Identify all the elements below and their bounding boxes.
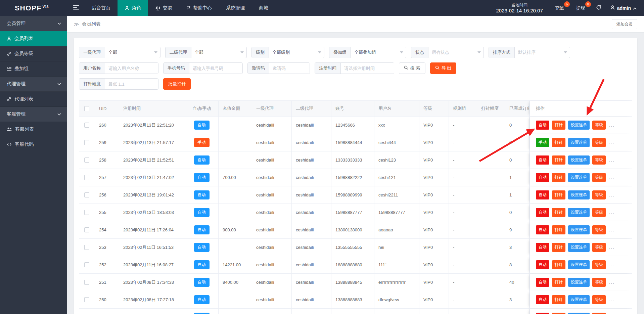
user-menu[interactable]: admin bbox=[606, 0, 644, 16]
invite-code-input[interactable] bbox=[269, 63, 310, 74]
nav-item-system-management[interactable]: 系统管理 bbox=[219, 0, 252, 16]
toggle-mode-button[interactable]: 自动 bbox=[536, 243, 549, 252]
toggle-mode-button[interactable]: 自动 bbox=[536, 155, 549, 165]
more-actions[interactable]: ... bbox=[609, 262, 615, 267]
nav-item-trade[interactable]: 交易 bbox=[148, 0, 179, 16]
set-combo-button[interactable]: 设置连单 bbox=[568, 190, 590, 199]
more-actions[interactable]: ... bbox=[609, 245, 615, 250]
toggle-mode-button[interactable]: 自动 bbox=[536, 208, 549, 217]
inject-button[interactable]: 打针 bbox=[552, 295, 565, 304]
nav-item-dashboard-home[interactable]: 后台首页 bbox=[85, 0, 118, 16]
nav-item-mall[interactable]: 商城 bbox=[252, 0, 275, 16]
level-select[interactable]: 全部级别 bbox=[269, 47, 324, 58]
batch-inject-button[interactable]: 批量打针 bbox=[163, 78, 191, 90]
recharge-button[interactable]: 充值 6 bbox=[549, 0, 570, 16]
toggle-mode-button[interactable]: 自动 bbox=[536, 225, 549, 234]
set-combo-button[interactable]: 设置连单 bbox=[568, 121, 590, 130]
agent2-select[interactable]: 全部 bbox=[191, 47, 246, 58]
inject-button[interactable]: 打针 bbox=[552, 173, 565, 182]
more-actions[interactable]: ... bbox=[609, 297, 615, 302]
more-actions[interactable]: ... bbox=[609, 175, 615, 180]
set-combo-button[interactable]: 设置连单 bbox=[568, 278, 590, 287]
level-button[interactable]: 等级 bbox=[592, 190, 606, 199]
row-checkbox[interactable] bbox=[84, 140, 89, 145]
level-button[interactable]: 等级 bbox=[592, 278, 606, 287]
level-button[interactable]: 等级 bbox=[592, 155, 606, 165]
stack-group-select[interactable]: 全部叠加组 bbox=[351, 47, 406, 58]
status-select[interactable]: 所有状态 bbox=[428, 47, 484, 58]
more-actions[interactable]: ... bbox=[609, 140, 615, 145]
inject-button[interactable]: 打针 bbox=[552, 138, 565, 147]
sort-select[interactable]: 默认排序 bbox=[515, 47, 570, 58]
level-button[interactable]: 等级 bbox=[592, 313, 606, 314]
sidebar-group-agent-management[interactable]: 代理管理 bbox=[0, 77, 67, 92]
level-button[interactable]: 等级 bbox=[592, 173, 606, 182]
set-combo-button[interactable]: 设置连单 bbox=[568, 260, 590, 269]
more-actions[interactable]: ... bbox=[609, 210, 615, 215]
sidebar-item-member-list[interactable]: 会员列表 bbox=[0, 31, 67, 46]
sidebar-group-member-management[interactable]: 会员管理 bbox=[0, 16, 67, 31]
set-combo-button[interactable]: 设置连单 bbox=[568, 295, 590, 304]
export-button[interactable]: 导 出 bbox=[430, 62, 457, 74]
set-combo-button[interactable]: 设置连单 bbox=[568, 243, 590, 252]
add-member-button[interactable]: 添加会员 bbox=[612, 19, 637, 29]
nav-item-role[interactable]: 角色 bbox=[118, 0, 148, 16]
toggle-mode-button[interactable]: 手动 bbox=[536, 138, 549, 147]
more-actions[interactable]: ... bbox=[609, 123, 615, 128]
sidebar-item-stack-group[interactable]: 叠加组 bbox=[0, 61, 67, 77]
level-button[interactable]: 等级 bbox=[592, 208, 606, 217]
row-checkbox[interactable] bbox=[84, 175, 89, 180]
inject-button[interactable]: 打针 bbox=[552, 278, 565, 287]
agent1-select[interactable]: 全部 bbox=[105, 47, 160, 58]
row-checkbox[interactable] bbox=[84, 227, 89, 232]
toggle-mode-button[interactable]: 自动 bbox=[536, 278, 549, 287]
row-checkbox[interactable] bbox=[84, 192, 89, 197]
inject-range-input[interactable] bbox=[105, 79, 158, 89]
inject-button[interactable]: 打针 bbox=[552, 260, 565, 269]
row-checkbox[interactable] bbox=[84, 245, 89, 250]
sidebar-item-member-level[interactable]: 会员等级 bbox=[0, 46, 67, 61]
row-checkbox[interactable] bbox=[84, 280, 89, 285]
toggle-mode-button[interactable]: 自动 bbox=[536, 173, 549, 182]
inject-button[interactable]: 打针 bbox=[552, 121, 565, 130]
level-button[interactable]: 等级 bbox=[592, 225, 606, 234]
set-combo-button[interactable]: 设置连单 bbox=[568, 155, 590, 165]
nav-item-help-center[interactable]: 帮助中心 bbox=[179, 0, 219, 16]
inject-button[interactable]: 打针 bbox=[552, 225, 565, 234]
refresh-button[interactable] bbox=[591, 0, 606, 16]
toggle-mode-button[interactable]: 自动 bbox=[536, 121, 549, 130]
row-checkbox[interactable] bbox=[84, 262, 89, 267]
inject-button[interactable]: 打针 bbox=[552, 190, 565, 199]
row-checkbox[interactable] bbox=[84, 210, 89, 215]
set-combo-button[interactable]: 设置连单 bbox=[568, 313, 590, 314]
toggle-mode-button[interactable]: 自动 bbox=[536, 260, 549, 269]
level-button[interactable]: 等级 bbox=[592, 260, 606, 269]
set-combo-button[interactable]: 设置连单 bbox=[568, 208, 590, 217]
row-checkbox[interactable] bbox=[84, 158, 89, 163]
withdraw-button[interactable]: 提现 0 bbox=[570, 0, 591, 16]
set-combo-button[interactable]: 设置连单 bbox=[568, 225, 590, 234]
inject-button[interactable]: 打针 bbox=[552, 243, 565, 252]
more-actions[interactable]: ... bbox=[609, 192, 615, 197]
sidebar-item-support-code[interactable]: 客服代码 bbox=[0, 137, 67, 152]
level-button[interactable]: 等级 bbox=[592, 138, 606, 147]
row-checkbox[interactable] bbox=[84, 123, 89, 128]
toggle-mode-button[interactable]: 自动 bbox=[536, 295, 549, 304]
level-button[interactable]: 等级 bbox=[592, 243, 606, 252]
inject-button[interactable]: 打针 bbox=[552, 208, 565, 217]
username-input[interactable] bbox=[105, 63, 158, 74]
select-all-checkbox[interactable] bbox=[84, 106, 89, 111]
sidebar-group-support-management[interactable]: 客服管理 bbox=[0, 107, 67, 122]
set-combo-button[interactable]: 设置连单 bbox=[568, 173, 590, 182]
sidebar-toggle-button[interactable] bbox=[67, 0, 85, 16]
inject-button[interactable]: 打针 bbox=[552, 313, 565, 314]
sidebar-item-support-list[interactable]: 客服列表 bbox=[0, 122, 67, 137]
phone-input[interactable] bbox=[189, 63, 242, 74]
sidebar-item-agent-list[interactable]: 代理列表 bbox=[0, 92, 67, 107]
inject-button[interactable]: 打针 bbox=[552, 155, 565, 165]
more-actions[interactable]: ... bbox=[609, 227, 615, 232]
row-checkbox[interactable] bbox=[84, 297, 89, 302]
more-actions[interactable]: ... bbox=[609, 158, 615, 163]
more-actions[interactable]: ... bbox=[609, 280, 615, 285]
toggle-mode-button[interactable]: 自动 bbox=[536, 313, 549, 314]
